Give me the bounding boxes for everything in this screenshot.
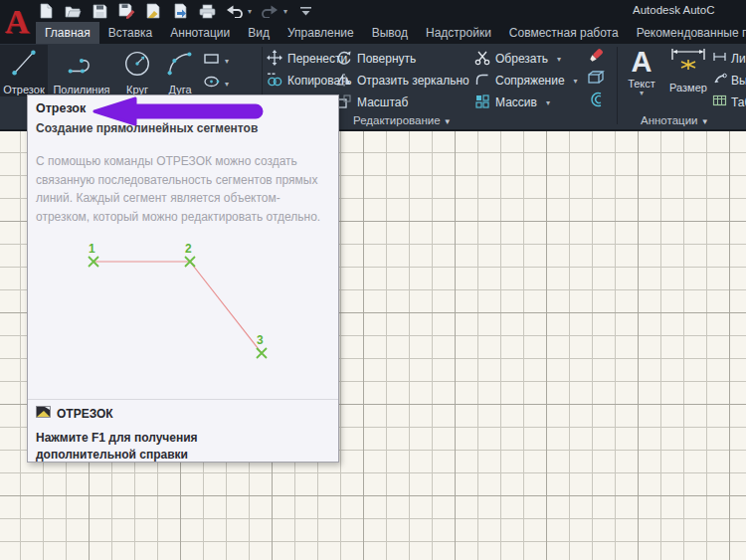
ellipse-icon — [203, 75, 222, 93]
erase-button[interactable] — [587, 49, 605, 67]
quick-access-toolbar: ▾ ▾ — [37, 2, 314, 20]
autocad-logo[interactable]: A — [1, 0, 33, 44]
rotate-button[interactable]: Повернуть — [336, 50, 416, 68]
leader-button[interactable]: Вы — [712, 73, 746, 88]
scale-label: Масштаб — [357, 95, 408, 109]
point-label-1: 1 — [89, 242, 95, 256]
text-tool-icon: A — [623, 46, 660, 78]
rectangle-icon — [203, 52, 222, 70]
move-icon — [267, 50, 282, 69]
trim-button[interactable]: Обрезать ▾ — [474, 50, 561, 68]
open-file-icon[interactable] — [64, 2, 82, 20]
offset-icon — [587, 92, 605, 111]
save-as-icon[interactable] — [117, 2, 135, 20]
point-label-2: 2 — [185, 242, 192, 256]
tab-insert[interactable]: Вставка — [99, 22, 162, 44]
rotate-icon — [336, 50, 352, 69]
redo-icon[interactable] — [261, 2, 279, 20]
mirror-button[interactable]: Отразить зеркально — [336, 72, 469, 90]
help-line-2: дополнительной справки — [36, 447, 198, 464]
array-button[interactable]: Массив ▾ — [474, 93, 550, 111]
mirror-label: Отразить зеркально — [357, 74, 469, 88]
offset-button[interactable] — [587, 93, 605, 110]
array-icon — [474, 93, 490, 112]
annotation-panel-dropdown-icon: ▼ — [701, 117, 709, 126]
arc-icon — [163, 47, 197, 83]
tab-featured-apps[interactable]: Рекомендованные прилож — [628, 22, 746, 44]
modify-panel-dropdown-icon: ▼ — [444, 117, 452, 126]
linear-dimension-button[interactable]: Ли — [712, 51, 746, 66]
plot-stamp-icon[interactable] — [144, 2, 162, 20]
scale-button[interactable]: Масштаб — [336, 93, 408, 111]
trim-dropdown-icon[interactable]: ▾ — [557, 55, 561, 64]
new-file-icon[interactable] — [37, 2, 55, 20]
explode-button[interactable] — [587, 71, 605, 89]
point-markers — [89, 257, 267, 358]
trim-icon — [474, 50, 490, 69]
erase-icon — [587, 47, 605, 69]
polyline-icon — [65, 47, 98, 83]
modify-panel-label[interactable]: Редактирование ▼ — [353, 114, 452, 126]
tab-manage[interactable]: Управление — [279, 22, 363, 44]
modify-panel-label-text: Редактирование — [353, 114, 441, 126]
tab-annotate[interactable]: Аннотации — [161, 22, 239, 44]
app-title: Autodesk AutoC — [633, 4, 746, 16]
point-labels: 1 2 3 — [89, 242, 264, 347]
rectangle-dropdown-icon[interactable]: ▾ — [225, 57, 229, 66]
text-dropdown-icon[interactable]: ▾ — [623, 90, 660, 97]
command-icon — [36, 406, 51, 421]
dimension-icon — [668, 64, 708, 81]
text-tool-button[interactable]: A Текст ▾ — [623, 46, 660, 97]
ellipse-tool-button[interactable]: ▾ — [203, 75, 229, 93]
annotation-panel-label-text: Аннотации — [641, 114, 697, 126]
linear-dimension-icon — [712, 51, 727, 66]
tooltip-description: С помощью команды ОТРЕЗОК можно создать … — [36, 152, 332, 226]
panel-separator-2 — [617, 47, 618, 124]
customize-toolbar-icon[interactable] — [296, 2, 314, 20]
table-button[interactable]: Таб — [712, 94, 746, 109]
move-button[interactable]: Перенести — [267, 50, 347, 68]
title-bar: ▾ ▾ Autodesk AutoC — [0, 0, 746, 22]
print-icon[interactable] — [198, 2, 216, 20]
table-label: Таб — [731, 95, 746, 109]
autocad-window: ▾ ▾ Autodesk AutoC A Главная Вставка Анн… — [0, 0, 746, 560]
undo-icon[interactable] — [225, 2, 243, 20]
tooltip-subtitle: Создание прямолинейных сегментов — [36, 121, 258, 135]
undo-dropdown-icon[interactable]: ▾ — [248, 7, 252, 16]
command-name: ОТРЕЗОК — [57, 407, 113, 421]
array-dropdown-icon[interactable]: ▾ — [546, 98, 550, 107]
tab-addins[interactable]: Надстройки — [417, 22, 500, 44]
copy-icon — [267, 72, 282, 91]
table-icon — [712, 94, 727, 109]
linear-dimension-label: Ли — [731, 52, 746, 66]
save-icon[interactable] — [91, 2, 108, 20]
leader-icon — [712, 73, 727, 88]
tooltip-title: Отрезок — [36, 101, 86, 115]
rectangle-tool-button[interactable]: ▾ — [203, 52, 229, 70]
line-tool-button[interactable]: Отрезок — [0, 45, 48, 96]
tab-view[interactable]: Вид — [239, 22, 279, 44]
tooltip-command-row: ОТРЕЗОК — [36, 406, 113, 421]
tab-output[interactable]: Вывод — [363, 22, 417, 44]
arc-tool-button[interactable]: Дуга — [159, 45, 201, 96]
polyline-tool-button[interactable]: Полилиния — [50, 45, 113, 96]
fillet-dropdown-icon[interactable]: ▾ — [574, 77, 578, 86]
annotation-panel-label[interactable]: Аннотации ▼ — [641, 114, 709, 126]
fillet-icon — [474, 72, 490, 91]
explode-icon — [587, 70, 605, 90]
tooltip-help-text: Нажмите F1 для получения дополнительной … — [36, 430, 198, 464]
dimension-tool-button[interactable]: Размер — [666, 46, 710, 93]
line-command-tooltip: Отрезок Создание прямолинейных сегментов… — [27, 94, 339, 463]
line-example-diagram: 1 2 3 — [28, 235, 340, 394]
tab-collaborate[interactable]: Совместная работа — [500, 22, 628, 44]
circle-tool-button[interactable]: Круг — [115, 45, 159, 96]
line-icon — [7, 47, 41, 83]
ribbon-tab-bar: Главная Вставка Аннотации Вид Управление… — [36, 22, 746, 44]
redo-dropdown-icon[interactable]: ▾ — [283, 7, 287, 16]
tab-home[interactable]: Главная — [36, 22, 99, 44]
point-label-3: 3 — [257, 333, 264, 347]
fillet-button[interactable]: Сопряжение ▾ — [474, 72, 578, 90]
ellipse-dropdown-icon[interactable]: ▾ — [225, 80, 229, 89]
trim-label: Обрезать — [495, 52, 548, 66]
etransmit-icon[interactable] — [171, 2, 189, 20]
